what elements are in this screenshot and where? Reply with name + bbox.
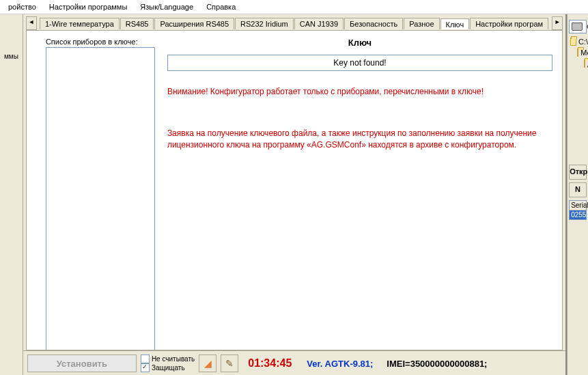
menu-bar: ройство Настройки программы Язык/Languag… — [0, 0, 588, 14]
status-version: Ver. AGTK-9.81; — [301, 359, 378, 369]
tabs-container: 1-Wire температура RS485 Расширения RS48… — [40, 18, 549, 29]
left-sidebar: ммы — [0, 14, 23, 375]
device-list-label: Список приборов в ключе: — [46, 38, 155, 46]
tab-key[interactable]: Ключ — [440, 18, 470, 29]
menu-item-device[interactable]: ройство — [3, 0, 42, 14]
menu-item-help[interactable]: Справка — [201, 0, 241, 14]
tab-onewire-temp[interactable]: 1-Wire температура — [40, 18, 120, 29]
key-heading: Ключ — [167, 38, 552, 48]
checkbox-noread-label: Не считывать — [152, 355, 195, 363]
tree-node-selected[interactable] — [570, 113, 588, 121]
serial-header[interactable]: Serial num — [570, 201, 586, 210]
brush-icon: ✎ — [225, 358, 234, 369]
main-area: ммы ◄ 1-Wire температура RS485 Расширени… — [0, 14, 588, 375]
checkbox-protect-label: Защищать — [152, 363, 185, 372]
folder-tree: C:\ Мони Дис Aut DE C C — [570, 36, 588, 121]
tree-node-c1[interactable]: C — [570, 91, 588, 102]
tab-scroll-left[interactable]: ◄ — [26, 16, 37, 30]
brush-button[interactable]: ✎ — [221, 355, 238, 372]
folder-open-icon — [577, 48, 578, 57]
install-button[interactable]: Установить — [27, 355, 137, 372]
sidebar-cut-label: ммы — [4, 53, 18, 60]
tree-node-monitor[interactable]: Мони — [570, 47, 588, 58]
bottom-bar: Установить Не считывать ✓ Защищать ◢ ✎ 0… — [23, 350, 565, 375]
tree-node-disk[interactable]: Дис — [570, 58, 588, 69]
menu-item-settings[interactable]: Настройки программы — [44, 0, 132, 14]
serial-list: Serial num 0255116 — [569, 200, 587, 220]
checkbox-noread-box[interactable] — [141, 355, 150, 363]
folder-open-icon — [570, 38, 576, 46]
menu-item-language[interactable]: Язык/Language — [135, 0, 199, 14]
device-list-column: Список приборов в ключе: — [46, 38, 155, 350]
status-time: 01:34:45 — [242, 357, 297, 370]
checkbox-column: Не считывать ✓ Защищать — [141, 355, 195, 372]
drive-selector[interactable]: c: [] — [569, 20, 587, 33]
tab-rs485[interactable]: RS485 — [120, 18, 154, 29]
serial-row[interactable]: 0255116 — [570, 210, 586, 219]
tab-program-settings[interactable]: Настройки програм — [470, 18, 548, 29]
status-imei: IMEI=350000000000881; — [382, 359, 491, 369]
tab-content: Список приборов в ключе: Ключ Key not fo… — [26, 30, 563, 350]
tree-root[interactable]: C:\ — [570, 36, 588, 47]
open-button[interactable]: Откры — [569, 165, 587, 180]
key-status-box: Key not found! — [167, 55, 552, 71]
tab-security[interactable]: Безопасность — [344, 18, 403, 29]
center-panel: ◄ 1-Wire температура RS485 Расширения RS… — [23, 14, 567, 375]
folder-open-icon — [584, 59, 585, 68]
tree-node-de[interactable]: DE — [570, 80, 588, 91]
tree-node-aut[interactable]: Aut — [570, 69, 588, 80]
tab-can-j1939[interactable]: CAN J1939 — [294, 18, 344, 29]
n-button[interactable]: N — [569, 182, 587, 197]
key-warning-text: Внимание! Конфигуратор работает только с… — [167, 86, 552, 98]
eraser-icon: ◢ — [204, 358, 212, 369]
key-info-text: Заявка на получение ключевого файла, а т… — [167, 128, 552, 151]
tab-rs232-iridium[interactable]: RS232 Iridium — [235, 18, 294, 29]
drive-icon — [572, 23, 583, 31]
eraser-button[interactable]: ◢ — [199, 355, 216, 372]
right-panel: c: [] C:\ Мони Дис Aut DE C C Откры N Se… — [567, 14, 588, 375]
tab-scroll-right[interactable]: ► — [552, 16, 563, 30]
tabs-row: ◄ 1-Wire температура RS485 Расширения RS… — [23, 14, 565, 30]
tab-misc[interactable]: Разное — [404, 18, 439, 29]
tab-rs485-ext[interactable]: Расширения RS485 — [154, 18, 234, 29]
tree-node-c2[interactable]: C — [570, 102, 588, 113]
checkbox-protect-box[interactable]: ✓ — [141, 363, 150, 372]
device-list[interactable] — [46, 47, 155, 350]
checkbox-noread[interactable]: Не считывать — [141, 355, 195, 363]
key-content: Ключ Key not found! Внимание! Конфигурат… — [155, 38, 552, 350]
checkbox-protect[interactable]: ✓ Защищать — [141, 363, 195, 372]
